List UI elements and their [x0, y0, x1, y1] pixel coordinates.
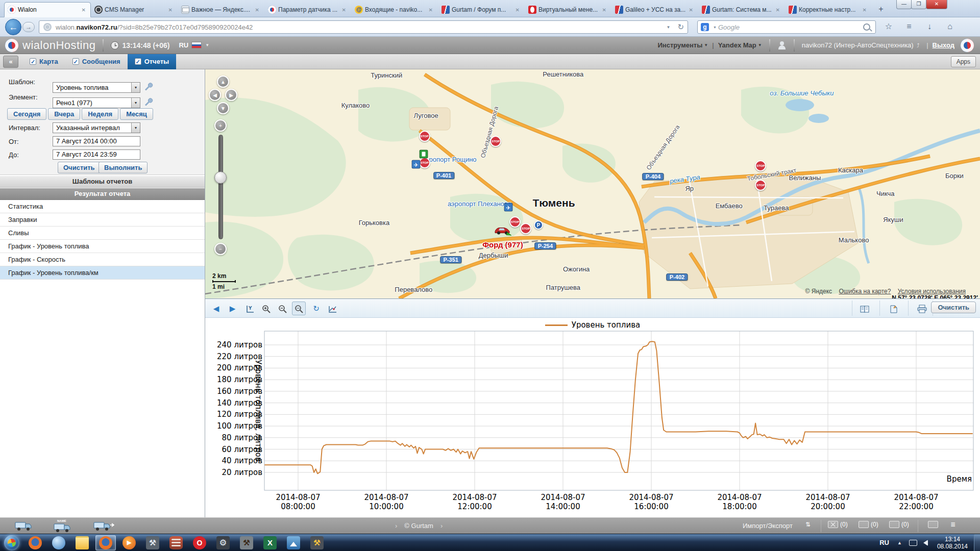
browser-tab[interactable]: Galileo + УСС на за...✕ [611, 2, 698, 17]
language-selector[interactable]: RU ▼ [179, 41, 209, 49]
tray-hidden-icons-button[interactable]: ▲ [893, 540, 906, 545]
zoom-slider-track[interactable] [218, 135, 223, 239]
tab-close-icon[interactable]: ✕ [80, 7, 87, 13]
browser-tab[interactable]: CMS Manager✕ [91, 2, 178, 17]
unit-marker-car-icon[interactable] [494, 225, 511, 237]
back-button[interactable]: ← [5, 19, 21, 35]
user-settings-icon[interactable] [777, 41, 787, 50]
report-result-item[interactable]: График - Уровень топлива [0, 240, 205, 253]
execute-report-button[interactable]: Выполнить [99, 162, 148, 173]
map-terms-link[interactable]: Условия использования [898, 288, 966, 295]
report-result-header[interactable]: Результат отчета [0, 188, 205, 200]
browser-tab[interactable]: Важное — Яндекс....✕ [178, 2, 264, 17]
list-view-toggle[interactable]: ≣ [950, 521, 955, 528]
checkbox-icon[interactable]: ✓ [135, 58, 141, 65]
tab-close-icon[interactable]: ✕ [427, 7, 434, 13]
taskbar-web-browser[interactable] [48, 535, 69, 550]
browser-tab[interactable]: Корректные настр...✕ [785, 2, 872, 17]
taskbar-firefox[interactable] [25, 535, 45, 550]
restore-button[interactable]: ❐ [911, 0, 926, 9]
checkbox-icon[interactable]: ✓ [72, 58, 79, 65]
drivers-counter[interactable]: (0) [859, 521, 878, 528]
tab-сообщения[interactable]: ✓Сообщения [65, 54, 128, 69]
checkbox-icon[interactable]: ✓ [30, 58, 36, 65]
pan-up-button[interactable]: ▲ [217, 76, 229, 88]
pan-right-button[interactable]: ▶ [225, 89, 237, 101]
apps-button[interactable]: Apps [951, 56, 976, 67]
tray-clock[interactable]: 13:14 08.08.2014 [931, 536, 974, 550]
minimize-button[interactable]: — [896, 0, 912, 9]
url-bar[interactable]: wialon.navikon72.ru/?sid=8b25e79b27c017e… [39, 20, 688, 34]
collapse-sidebar-button[interactable]: « [3, 56, 18, 68]
map-provider-menu[interactable]: Yandex Map [718, 41, 756, 49]
forward-button[interactable]: → [22, 22, 35, 32]
trailers-counter[interactable]: (0) [889, 521, 909, 528]
interval-select[interactable]: Указанный интервал ▼ [53, 122, 140, 133]
tools-menu[interactable]: Инструменты [658, 41, 703, 49]
taskbar-hammer-tool[interactable] [236, 535, 257, 550]
messages-counter[interactable]: (0) [828, 521, 848, 528]
import-export-icon[interactable]: ⇅ [805, 521, 811, 528]
airport-icon[interactable]: ✈ [504, 203, 512, 212]
quick-range-button[interactable]: Сегодня [7, 108, 46, 120]
unit-trace-toggle[interactable] [93, 520, 114, 532]
fuel-station-icon[interactable] [420, 150, 428, 159]
taskbar-opera[interactable] [189, 535, 210, 550]
report-result-item[interactable]: График - Уровень топлива/км [0, 266, 205, 280]
taskbar-wrench-tool[interactable] [142, 535, 163, 550]
to-input[interactable]: 7 Август 2014 23:59 [53, 149, 140, 160]
import-export-link[interactable]: Импорт/Экспорт [743, 522, 793, 530]
stop-sign-icon[interactable]: STOP [490, 136, 501, 147]
external-link-icon[interactable]: ⤴ [917, 42, 920, 48]
report-result-item[interactable]: График - Скорость [0, 253, 205, 266]
map[interactable]: ТуринскийРешетниковаКулаковоЛуговоеоз. Б… [205, 69, 980, 298]
browser-tab[interactable]: Gurtam: Система м...✕ [698, 2, 785, 17]
tab-close-icon[interactable]: ✕ [167, 7, 174, 13]
airport-icon[interactable]: ✈ [411, 160, 420, 168]
unit-names-toggle[interactable] [53, 522, 71, 533]
taskbar-image-viewer[interactable] [283, 535, 304, 550]
interval-dropdown-icon[interactable]: ▼ [131, 123, 140, 133]
browser-tab[interactable]: Виртуальный мене...✕ [525, 2, 611, 17]
pan-left-button[interactable]: ◀ [209, 89, 221, 101]
quick-range-button[interactable]: Месяц [120, 108, 153, 120]
taskbar-system-tools[interactable] [307, 535, 327, 550]
parking-icon[interactable]: P [534, 220, 543, 230]
quick-range-button[interactable]: Вчера [48, 108, 80, 120]
tab-close-icon[interactable]: ✕ [774, 7, 781, 13]
tray-volume-icon[interactable] [923, 540, 928, 546]
element-dropdown-icon[interactable]: ▼ [131, 98, 140, 108]
browser-tab[interactable]: Wialon✕ [4, 2, 91, 17]
taskbar-database-tool[interactable] [166, 535, 186, 550]
tab-close-icon[interactable]: ✕ [601, 7, 608, 13]
search-icon[interactable] [863, 23, 870, 31]
element-select[interactable]: Рено1 (977) ▼ [53, 97, 140, 108]
bookmarks-menu-icon[interactable]: ≡ [901, 21, 917, 33]
unit-icon-toggle[interactable] [14, 520, 33, 532]
pan-down-button[interactable]: ▼ [217, 102, 229, 114]
report-result-item[interactable]: Заправки [0, 213, 205, 227]
tab-отчеты[interactable]: ✓Отчеты [128, 54, 177, 69]
report-templates-header[interactable]: Шаблоны отчетов [0, 176, 205, 188]
browser-tab[interactable]: Входящие - naviko...✕ [351, 2, 438, 17]
logout-link[interactable]: Выход [933, 41, 954, 49]
tab-close-icon[interactable]: ✕ [688, 7, 695, 13]
stop-sign-icon[interactable]: STOP [755, 180, 766, 191]
stop-sign-icon[interactable]: STOP [419, 131, 430, 142]
url-dropdown-icon[interactable]: ▼ [663, 25, 674, 30]
zoom-out-button[interactable]: − [214, 243, 227, 255]
report-result-item[interactable]: Статистика [0, 200, 205, 213]
start-button[interactable] [0, 534, 23, 551]
taskbar-excel[interactable] [260, 535, 280, 550]
taskbar-firefox-active[interactable] [95, 535, 116, 550]
taskbar-settings[interactable] [213, 535, 233, 550]
show-desktop-button[interactable] [974, 534, 980, 551]
template-dropdown-icon[interactable]: ▼ [131, 83, 140, 92]
tab-карта[interactable]: ✓Карта [22, 54, 65, 69]
map-error-link[interactable]: Ошибка на карте? [839, 288, 891, 295]
zoom-slider-handle[interactable] [214, 171, 227, 184]
search-bar[interactable]: g ▼ Google [697, 20, 876, 34]
taskbar-explorer[interactable] [72, 535, 92, 550]
close-button[interactable]: ✕ [926, 0, 947, 9]
tray-language[interactable]: RU [875, 539, 893, 546]
